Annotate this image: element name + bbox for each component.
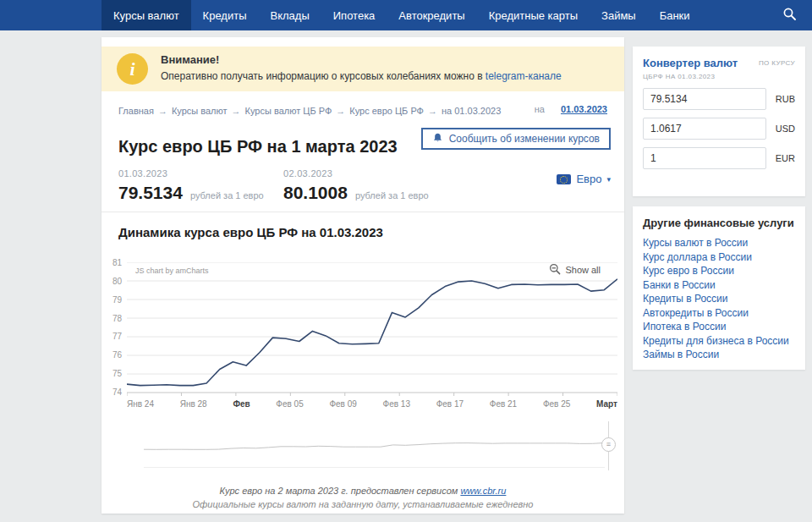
currency-selector[interactable]: Евро ▾ [557,173,611,185]
breadcrumb-cbr-rates[interactable]: Курсы валют ЦБ РФ [245,106,332,116]
other-services-list: Курсы валют в России Курс доллара в Росс… [643,236,795,362]
usd-amount-input[interactable] [643,118,766,140]
chart-section-title: Динамика курса евро ЦБ РФ на 01.03.2023 [118,225,383,239]
eur-amount-input[interactable] [643,147,766,169]
report-changes-label: Сообщить об изменении курсов [449,133,600,145]
service-link-business-loans[interactable]: Кредиты для бизнеса в России [643,334,795,349]
report-changes-button[interactable]: Сообщить об изменении курсов [421,128,611,150]
source-note: Курс евро на 2 марта 2023 г. предоставле… [102,486,624,496]
date-picker-link[interactable]: 01.03.2023 [561,104,607,114]
breadcrumb-arrow-icon: → [158,106,167,116]
converter-row-eur: EUR [643,147,795,169]
nav-item-microloans[interactable]: Займы [590,0,648,30]
breadcrumb-current: на 01.03.2023 [442,106,501,116]
converter-row-rub: RUB [643,88,795,110]
breadcrumb-currency-rates[interactable]: Курсы валют [172,106,228,116]
converter-row-usd: USD [643,118,795,140]
rub-amount-input[interactable] [643,88,766,110]
rate-date: 02.03.2023 [283,168,429,179]
currency-code-usd: USD [776,124,795,134]
breadcrumb-arrow-icon: → [336,106,345,116]
chart-overview-strip[interactable] [144,425,605,468]
euro-flag-icon [557,174,571,184]
date-picker-row: на 01.03.2023 [535,104,607,114]
breadcrumb-arrow-icon: → [232,106,241,116]
rate-line-chart[interactable] [127,262,617,398]
nav-item-currency-rates[interactable]: Курсы валют [102,0,191,30]
divider [102,212,624,212]
rate-value: 79.5134 [118,183,183,203]
nav-item-credit-cards[interactable]: Кредитные карты [477,0,590,30]
page-title: Курс евро ЦБ РФ на 1 марта 2023 [118,137,398,157]
alert-banner: i Внимание! Оперативно получать информац… [102,47,624,91]
converter-subtitle: ПО КУРСУ [759,59,795,67]
service-link-currency-rates[interactable]: Курсы валют в России [643,236,795,250]
converter-subtitle-date: ЦБРФ НА 01.03.2023 [643,73,795,80]
rate-unit: рублей за 1 евро [355,190,429,201]
nav-item-deposits[interactable]: Вклады [259,0,321,30]
rate-block-tomorrow: 02.03.2023 80.1008 рублей за 1 евро [283,168,429,203]
search-icon [782,7,797,25]
service-link-credits[interactable]: Кредиты в России [643,292,795,306]
alert-title: Внимание! [161,53,562,66]
currency-code-eur: EUR [776,153,795,163]
chart-scrollbar-handle[interactable]: ≡ [601,437,616,452]
official-rates-note: Официальные курсы валют на заданную дату… [102,499,624,509]
breadcrumb-euro-rate[interactable]: Курс евро ЦБ РФ [349,106,424,116]
service-link-usd-rate[interactable]: Курс доллара в России [643,250,795,265]
chart-y-axis: 81 80 79 78 77 76 75 74 [102,258,122,397]
rate-value: 80.1008 [283,183,348,203]
telegram-link[interactable]: telegram-канале [486,70,562,82]
service-link-banks[interactable]: Банки в России [643,278,795,293]
service-link-eur-rate[interactable]: Курс евро в России [643,264,795,278]
bell-icon [432,132,443,146]
scrollbar-grip-icon: ≡ [606,441,611,448]
chart-x-axis: Янв 24 Янв 28 Фев Фев 05 Фев 09 Фев 13 Ф… [127,399,617,409]
currency-selector-label: Евро [576,173,601,185]
breadcrumb-arrow-icon: → [428,106,437,116]
cbr-link[interactable]: www.cbr.ru [460,486,506,496]
other-services-card: Другие финансовые услуги Курсы валют в Р… [633,206,805,370]
rate-unit: рублей за 1 евро [190,190,264,201]
nav-item-auto-loans[interactable]: Автокредиты [387,0,476,30]
top-nav: Курсы валют Кредиты Вклады Ипотека Авток… [0,0,812,30]
nav-item-credits[interactable]: Кредиты [191,0,259,30]
currency-converter-card: Конвертер валют ПО КУРСУ ЦБРФ НА 01.03.2… [633,47,805,196]
service-link-microloans[interactable]: Займы в России [643,348,795,362]
currency-code-rub: RUB [776,94,795,104]
caret-down-icon: ▾ [606,175,611,184]
service-link-mortgage[interactable]: Ипотека в России [643,320,795,334]
page: Курсы валют Кредиты Вклады Ипотека Авток… [0,0,812,522]
info-icon: i [117,53,148,85]
alert-text: Оперативно получать информацию о курсовы… [161,70,562,82]
rate-date: 01.03.2023 [118,168,264,179]
search-button[interactable] [773,0,805,30]
service-link-auto-loans[interactable]: Автокредиты в России [643,306,795,321]
breadcrumb-home[interactable]: Главная [118,106,154,116]
nav-item-mortgage[interactable]: Ипотека [321,0,387,30]
nav-item-banks[interactable]: Банки [648,0,702,30]
converter-title[interactable]: Конвертер валют [643,57,738,69]
date-prefix: на [535,104,545,114]
other-services-title: Другие финансовые услуги [643,217,795,229]
breadcrumb: Главная → Курсы валют → Курсы валют ЦБ Р… [118,106,501,116]
main-content-card: i Внимание! Оперативно получать информац… [102,37,624,514]
rate-block-today: 01.03.2023 79.5134 рублей за 1 евро [118,168,264,203]
